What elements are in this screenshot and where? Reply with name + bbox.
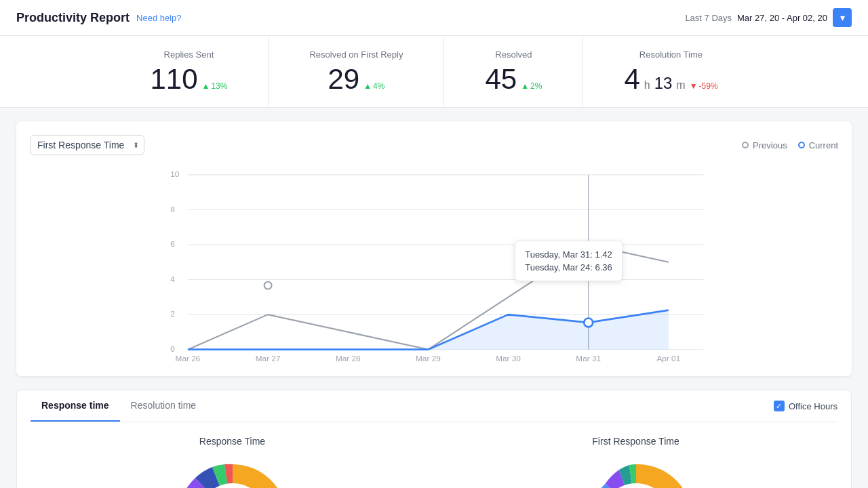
help-link[interactable]: Need help?: [136, 13, 182, 23]
svg-text:6: 6: [170, 239, 175, 249]
chart-metric-selector[interactable]: First Response Time Resolution Time Repl…: [30, 135, 144, 155]
tooltip-line2: Tuesday, Mar 24: 6.36: [525, 261, 612, 274]
page-title: Productivity Report: [16, 11, 130, 25]
page-header: Productivity Report Need help? Last 7 Da…: [0, 0, 868, 36]
stat-replies-sent: Replies Sent 110 ▲ 13%: [109, 36, 269, 107]
date-picker-button[interactable]: ▾: [833, 8, 852, 27]
arrow-up-icon: ▲: [363, 81, 372, 91]
stat-number-resolution-h: 4: [624, 65, 639, 94]
donut-response-svg: [172, 458, 294, 488]
stat-change-first-reply: ▲ 4%: [363, 81, 384, 91]
legend-curr-dot: [798, 142, 805, 148]
stat-number-replies: 110: [150, 65, 197, 94]
stat-label-first-reply: Resolved on First Reply: [309, 49, 403, 60]
donut-first-response: First Response Time 41 s: [454, 436, 818, 488]
stat-resolution-time: Resolution Time 4 h 13 m ▼ -59%: [583, 36, 758, 107]
legend-current: Current: [798, 140, 838, 150]
chart-metric-select[interactable]: First Response Time Resolution Time Repl…: [30, 135, 144, 155]
tabs-row: Response time Resolution time ✓ Office H…: [31, 390, 837, 422]
svg-text:Mar 31: Mar 31: [576, 354, 601, 363]
line-chart-svg: 10 8 6 4 2 0 Mar 26 Mar 27 Mar 28 Mar 29…: [30, 166, 838, 363]
bottom-section: Response time Resolution time ✓ Office H…: [16, 390, 852, 422]
tab-items: Response time Resolution time: [31, 390, 207, 422]
stat-resolved: Resolved 45 ▲ 2%: [444, 36, 583, 107]
chart-area: 10 8 6 4 2 0 Mar 26 Mar 27 Mar 28 Mar 29…: [30, 166, 838, 363]
donut-response-time: Response Time: [51, 436, 414, 488]
svg-text:Mar 28: Mar 28: [336, 354, 361, 363]
stat-first-reply: Resolved on First Reply 29 ▲ 4%: [269, 36, 444, 107]
chart-tooltip: Tuesday, Mar 31: 1.42 Tuesday, Mar 24: 6…: [515, 241, 623, 281]
date-range-display: Last 7 Days Mar 27, 20 - Apr 02, 20 ▾: [685, 8, 852, 27]
date-range-value: Mar 27, 20 - Apr 02, 20: [737, 13, 827, 23]
donut-first-response-svg: 41 s: [575, 458, 697, 488]
svg-text:8: 8: [170, 205, 175, 214]
tab-response-time[interactable]: Response time: [31, 390, 120, 422]
stat-label-resolved: Resolved: [485, 49, 542, 60]
stat-unit-h: h: [644, 79, 650, 92]
legend-curr-label: Current: [809, 140, 838, 150]
stat-label-resolution: Resolution Time: [624, 49, 717, 60]
chart-legend: Previous Current: [742, 140, 838, 150]
svg-text:Apr 01: Apr 01: [656, 354, 680, 363]
stat-change-resolution: ▼ -59%: [690, 81, 718, 91]
office-hours-label: Office Hours: [789, 401, 837, 411]
svg-point-20: [264, 282, 272, 289]
office-hours-toggle[interactable]: ✓ Office Hours: [774, 401, 837, 411]
date-prefix: Last 7 Days: [685, 13, 732, 23]
svg-text:Mar 27: Mar 27: [256, 354, 281, 363]
donut-first-response-title: First Response Time: [454, 436, 818, 447]
stat-number-resolution-m: 13: [654, 74, 673, 93]
legend-prev-dot: [742, 142, 749, 148]
stat-number-first-reply: 29: [328, 65, 359, 94]
legend-prev-label: Previous: [753, 140, 787, 150]
office-hours-checkbox[interactable]: ✓: [774, 401, 785, 411]
chart-header: First Response Time Resolution Time Repl…: [30, 135, 838, 155]
svg-text:4: 4: [170, 274, 175, 284]
stat-unit-m: m: [676, 79, 685, 92]
stat-change-resolved: ▲ 2%: [521, 81, 542, 91]
donuts-row: Response Time First Response Time: [16, 422, 852, 488]
stat-number-resolved: 45: [485, 65, 517, 94]
svg-text:2: 2: [170, 309, 175, 319]
tooltip-line1: Tuesday, Mar 31: 1.42: [525, 248, 612, 261]
stats-row: Replies Sent 110 ▲ 13% Resolved on First…: [0, 36, 868, 108]
donut-response-title: Response Time: [51, 436, 414, 447]
svg-marker-21: [188, 310, 669, 350]
svg-text:0: 0: [170, 344, 175, 354]
stat-label-replies: Replies Sent: [150, 49, 227, 60]
chart-card: First Response Time Resolution Time Repl…: [16, 121, 852, 376]
svg-point-22: [584, 318, 593, 327]
stat-change-replies: ▲ 13%: [202, 81, 228, 91]
legend-previous: Previous: [742, 140, 787, 150]
svg-text:Mar 26: Mar 26: [176, 354, 201, 363]
svg-text:10: 10: [170, 169, 180, 179]
svg-text:Mar 29: Mar 29: [416, 354, 441, 363]
arrow-down-icon: ▼: [690, 81, 698, 91]
tab-resolution-time[interactable]: Resolution time: [120, 390, 208, 422]
arrow-up-icon: ▲: [521, 81, 529, 91]
svg-text:Mar 30: Mar 30: [496, 354, 521, 363]
arrow-up-icon: ▲: [202, 81, 210, 91]
